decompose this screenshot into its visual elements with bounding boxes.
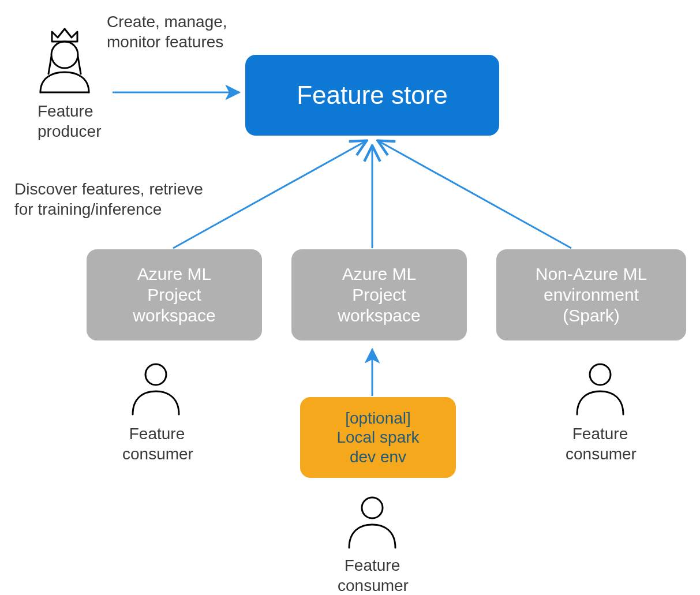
svg-point-2 (145, 364, 166, 385)
text: Project (352, 285, 406, 304)
local-spark-box: [optional] Local spark dev env (300, 397, 456, 478)
text: [optional] (345, 409, 411, 427)
text: environment (544, 285, 639, 304)
workspace-box-1: Azure ML Project workspace (87, 249, 262, 340)
producer-role-label: Feature producer (38, 101, 102, 141)
svg-point-3 (590, 364, 611, 385)
feature-store-title: Feature store (297, 80, 448, 111)
text: Feature (129, 425, 185, 443)
text: workspace (338, 306, 420, 325)
consumer-label-left: Feature consumer (122, 424, 192, 464)
text: Feature (345, 556, 400, 574)
text: Feature (572, 425, 628, 443)
text: Feature (38, 102, 93, 120)
workspace-box-2: Azure ML Project workspace (291, 249, 467, 340)
text: Discover features, retrieve (14, 180, 203, 198)
discover-label: Discover features, retrieve for training… (14, 179, 203, 219)
text: Azure ML (342, 264, 416, 283)
producer-icon (40, 29, 89, 92)
text: consumer (338, 577, 409, 594)
text: consumer (122, 445, 193, 463)
feature-store-box: Feature store (245, 55, 499, 136)
text: (Spark) (563, 306, 619, 325)
consumer-icon-right (577, 364, 623, 414)
text: for training/inference (14, 200, 162, 218)
text: Create, manage, (107, 13, 227, 31)
consumer-icon-middle (349, 497, 395, 548)
svg-point-4 (362, 497, 383, 518)
svg-point-0 (51, 42, 78, 68)
producer-action-label: Create, manage, monitor features (107, 12, 227, 52)
text: monitor features (107, 33, 223, 51)
text: consumer (566, 445, 637, 463)
text: workspace (133, 306, 215, 325)
arrow-env-to-store (379, 141, 571, 248)
text: Project (147, 285, 201, 304)
non-azure-env-box: Non-Azure ML environment (Spark) (496, 249, 686, 340)
text: producer (38, 122, 102, 140)
text: Azure ML (137, 264, 211, 283)
text: dev env (350, 448, 406, 466)
text: Local spark (336, 428, 419, 446)
consumer-icon-left (133, 364, 179, 414)
consumer-label-middle: Feature consumer (338, 555, 407, 595)
text: Non-Azure ML (536, 264, 647, 283)
consumer-label-right: Feature consumer (566, 424, 635, 464)
